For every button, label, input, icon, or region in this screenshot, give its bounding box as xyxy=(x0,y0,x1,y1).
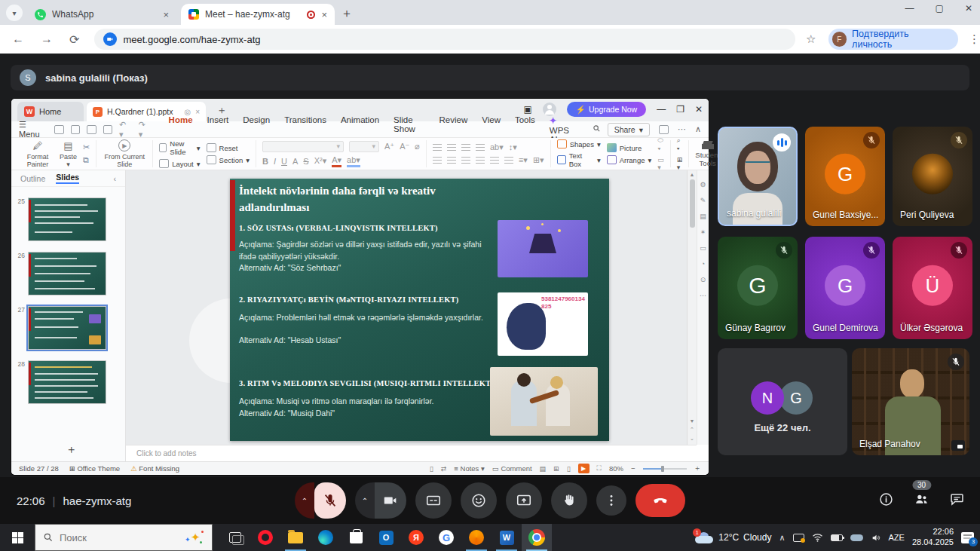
notification-center-icon[interactable]: 3 xyxy=(961,532,974,543)
slide-thumb-25[interactable]: 25 xyxy=(14,197,121,241)
prev-slide-icon[interactable]: ⌃ xyxy=(690,427,694,433)
scrollbar-thumb[interactable] xyxy=(690,179,695,228)
participant-tile-overflow[interactable]: N G Ещё 22 чел. xyxy=(718,348,847,455)
start-button[interactable] xyxy=(0,524,35,551)
find-button[interactable]: ⌕ ▾ xyxy=(677,136,683,153)
text-box-button[interactable]: Text Box ▾ xyxy=(557,152,601,168)
search-input[interactable] xyxy=(60,532,150,543)
weather-widget[interactable]: 1 12°CCloudy xyxy=(695,531,771,543)
format-painter-button[interactable]: 🖉Format Painter xyxy=(22,140,54,168)
participant-tile-gunel-d[interactable]: G Gunel Demirova xyxy=(805,237,885,339)
handout-icon[interactable]: ⇄ xyxy=(441,465,447,473)
outdent-icon[interactable] xyxy=(461,144,470,151)
panel-tab-outline[interactable]: Outline xyxy=(20,174,45,183)
zoom-level[interactable]: 80% xyxy=(609,464,623,473)
chat-button[interactable] xyxy=(949,491,965,510)
superscript-button[interactable]: X²▾ xyxy=(314,156,327,166)
italic-button[interactable]: I xyxy=(274,157,276,166)
canvas-scrollbar[interactable]: ▲ ▼⌃⌄ xyxy=(687,170,697,445)
font-color-button[interactable]: A▾ xyxy=(332,155,341,167)
clear-format-icon[interactable]: ⌀ xyxy=(415,142,420,152)
tray-monitor-icon[interactable] xyxy=(793,534,804,542)
direction-icon[interactable]: ↕▾ xyxy=(509,142,517,152)
scroll-down-icon[interactable]: ▼ xyxy=(690,418,695,424)
fill-icon[interactable]: ⬭ ▾ xyxy=(657,136,664,153)
camera-options-chevron[interactable]: ⌃ xyxy=(355,482,375,519)
reset-button[interactable]: Reset xyxy=(207,143,250,152)
window-minimize-button[interactable]: — xyxy=(905,3,914,14)
current-slide[interactable]: İntelekt növlərinin daha fərqli və kreat… xyxy=(230,179,609,441)
slideshow-play-button[interactable]: ▶ xyxy=(578,464,590,473)
back-icon[interactable]: ← xyxy=(12,32,24,46)
forward-icon[interactable]: → xyxy=(41,32,53,46)
taskbar-store[interactable] xyxy=(341,524,371,551)
picture-button[interactable]: Picture xyxy=(607,143,652,152)
layout-button[interactable]: Layout ▾ xyxy=(159,159,200,168)
tab-meet[interactable]: Meet – hae-zymx-atg × xyxy=(181,4,335,25)
taskbar-clock[interactable]: 22:0628.04.2025 xyxy=(912,527,954,548)
open-file-icon[interactable] xyxy=(54,125,63,134)
taskbar-avast[interactable] xyxy=(461,524,492,551)
panel-collapse-icon[interactable]: ‹ xyxy=(114,174,117,183)
taskbar-search[interactable]: ✦✦ xyxy=(35,524,213,551)
wps-restore-button[interactable]: ❐ xyxy=(676,104,684,115)
participant-tile-gunay[interactable]: G Günay Bagırov xyxy=(718,237,798,339)
grow-font-icon[interactable]: A⁺ xyxy=(384,142,394,152)
zoom-out-icon[interactable]: − xyxy=(631,464,635,473)
participant-tile-ulker[interactable]: Ü Ülkər Əsgərova xyxy=(893,237,972,339)
tray-expand-icon[interactable]: ∧ xyxy=(779,533,785,543)
participants-button[interactable]: 30 xyxy=(914,491,929,510)
taskbar-explorer[interactable] xyxy=(280,524,311,551)
add-slide-button[interactable]: ＋ xyxy=(66,442,77,457)
tab-search-chevron-icon[interactable]: ▾ xyxy=(6,5,23,21)
rail-help-icon[interactable]: ⊙ xyxy=(700,276,706,283)
reading-view-icon[interactable]: ▯ xyxy=(567,465,571,473)
underline-button[interactable]: U xyxy=(281,157,287,166)
undo-icon[interactable]: ↶ ▾ xyxy=(119,120,132,139)
participant-tile-peri[interactable]: Peri Quliyeva xyxy=(893,127,972,226)
captions-button[interactable] xyxy=(415,482,452,519)
reload-icon[interactable]: ⟳ xyxy=(69,32,79,47)
taskbar-yandex[interactable]: Я xyxy=(401,524,431,551)
from-current-slide-button[interactable]: ▶From Current Slide xyxy=(103,139,146,168)
align-left-icon[interactable] xyxy=(433,157,442,164)
new-tab-button[interactable]: ＋ xyxy=(341,6,353,22)
zoom-slider[interactable] xyxy=(643,468,687,470)
taskbar-google[interactable]: G xyxy=(431,524,461,551)
bookmark-star-icon[interactable]: ☆ xyxy=(806,32,816,46)
participant-tile-gunel-b[interactable]: G Gunel Baxsiye... xyxy=(805,127,885,226)
presenter-bar[interactable]: S sabina gulalili (Показ) xyxy=(11,65,969,90)
browser-menu-icon[interactable]: ⋮ xyxy=(969,32,980,46)
wps-close-button[interactable]: ✕ xyxy=(695,104,703,115)
notes-toggle[interactable]: ≡ Notes ▾ xyxy=(454,464,484,473)
language-indicator[interactable]: AZE xyxy=(889,533,905,542)
distribute-icon[interactable] xyxy=(490,157,499,164)
bold-button[interactable]: B xyxy=(262,157,268,166)
shrink-font-icon[interactable]: A⁻ xyxy=(400,142,409,152)
select-button[interactable]: ⊞ ▾ xyxy=(677,156,683,171)
redo-icon[interactable]: ↷ ▾ xyxy=(139,120,152,139)
window-maximize-button[interactable]: ▢ xyxy=(936,3,944,14)
student-tools-button[interactable]: Student Tools xyxy=(695,141,720,167)
indent-icon[interactable] xyxy=(476,144,485,151)
taskbar-edge[interactable] xyxy=(311,524,341,551)
taskbar-chrome[interactable] xyxy=(522,524,552,551)
normal-view-icon[interactable]: ▤ xyxy=(540,465,547,473)
highlight-button[interactable]: ab▾ xyxy=(347,155,360,167)
rail-more-icon[interactable]: ⋯ xyxy=(700,292,706,299)
taskbar-opera[interactable] xyxy=(250,524,280,551)
taskbar-word[interactable]: W xyxy=(492,524,522,551)
wps-home-tab[interactable]: W Home xyxy=(17,102,84,121)
notes-area[interactable]: Click to add notes xyxy=(126,445,697,461)
reactions-button[interactable] xyxy=(461,482,497,519)
wps-account-avatar[interactable] xyxy=(543,103,556,116)
columns-icon[interactable] xyxy=(504,157,513,164)
url-field[interactable]: meet.google.com/hae-zymx-atg xyxy=(94,29,795,50)
numbering-icon[interactable] xyxy=(447,144,456,151)
strike-button[interactable]: S xyxy=(303,157,308,166)
participant-tile-sabina[interactable]: sabina gulalili xyxy=(718,127,798,226)
pip-icon[interactable] xyxy=(951,440,965,451)
fit-slide-icon[interactable]: ⛶ xyxy=(597,464,602,473)
raise-hand-button[interactable] xyxy=(551,482,587,519)
participant-tile-elsad[interactable]: Elşad Panahov xyxy=(852,348,969,455)
